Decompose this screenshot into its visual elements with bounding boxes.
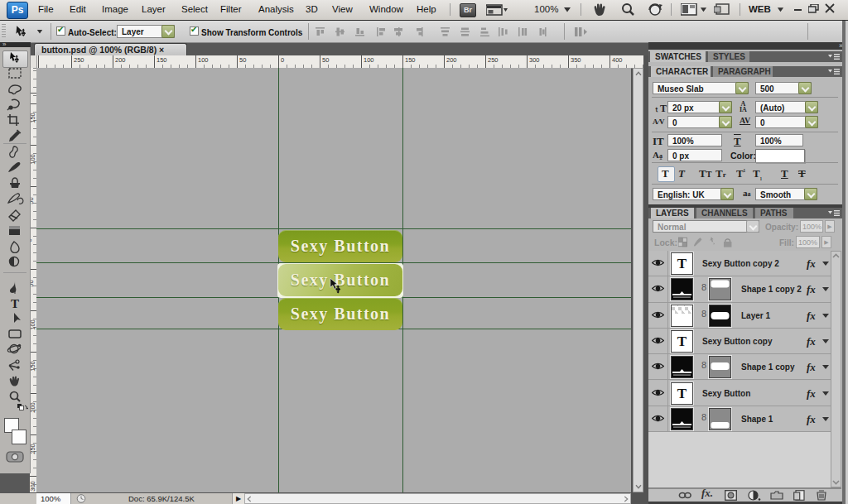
- svg-text:T: T: [11, 297, 19, 310]
